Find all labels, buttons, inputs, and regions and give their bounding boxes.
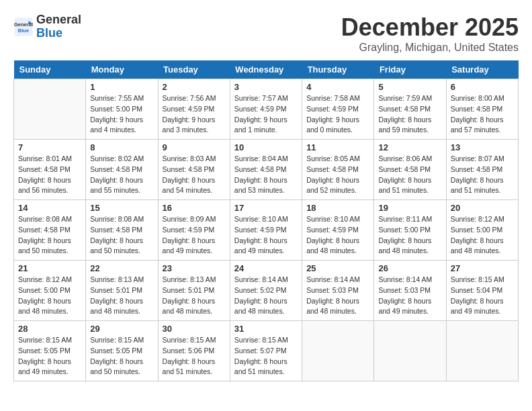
sunrise-text: Sunrise: 8:09 AM [163, 215, 216, 223]
day-number: 2 [163, 82, 226, 92]
day-info: Sunrise: 8:13 AM Sunset: 5:01 PM Dayligh… [90, 275, 153, 317]
weekday-header-row: SundayMondayTuesdayWednesdayThursdayFrid… [14, 60, 519, 79]
calendar-cell: 20 Sunrise: 8:12 AM Sunset: 5:00 PM Dayl… [446, 200, 518, 261]
daylight-text: Daylight: 8 hours and 54 minutes. [163, 176, 216, 195]
day-number: 16 [163, 203, 226, 213]
calendar-cell: 11 Sunrise: 8:05 AM Sunset: 4:58 PM Dayl… [302, 140, 374, 200]
sunrise-text: Sunrise: 8:07 AM [451, 154, 504, 163]
calendar-cell: 31 Sunrise: 8:15 AM Sunset: 5:07 PM Dayl… [230, 321, 302, 381]
sunset-text: Sunset: 4:58 PM [378, 165, 431, 173]
daylight-text: Daylight: 8 hours and 48 minutes. [378, 236, 431, 255]
calendar-subtitle: Grayling, Michigan, United States [341, 42, 519, 54]
day-info: Sunrise: 8:10 AM Sunset: 4:59 PM Dayligh… [306, 214, 369, 257]
sunset-text: Sunset: 4:59 PM [234, 105, 287, 113]
daylight-text: Daylight: 8 hours and 48 minutes. [451, 236, 504, 255]
daylight-text: Daylight: 8 hours and 59 minutes. [378, 116, 431, 134]
day-info: Sunrise: 8:00 AM Sunset: 4:58 PM Dayligh… [451, 93, 514, 136]
daylight-text: Daylight: 8 hours and 49 minutes. [451, 297, 504, 316]
day-info: Sunrise: 8:04 AM Sunset: 4:58 PM Dayligh… [234, 154, 298, 196]
day-number: 21 [18, 263, 81, 273]
weekday-header-monday: Monday [86, 60, 158, 79]
sunrise-text: Sunrise: 8:15 AM [90, 336, 144, 344]
day-info: Sunrise: 8:15 AM Sunset: 5:07 PM Dayligh… [234, 335, 298, 377]
calendar-cell: 15 Sunrise: 8:08 AM Sunset: 4:58 PM Dayl… [86, 200, 158, 261]
day-info: Sunrise: 8:12 AM Sunset: 5:00 PM Dayligh… [451, 214, 514, 257]
day-number: 17 [234, 203, 298, 213]
sunset-text: Sunset: 4:58 PM [18, 226, 71, 234]
sunset-text: Sunset: 4:59 PM [163, 226, 215, 234]
sunrise-text: Sunrise: 8:15 AM [18, 336, 72, 344]
sunrise-text: Sunrise: 8:08 AM [18, 215, 72, 223]
daylight-text: Daylight: 8 hours and 53 minutes. [234, 176, 287, 195]
daylight-text: Daylight: 9 hours and 3 minutes. [163, 116, 216, 134]
sunset-text: Sunset: 5:00 PM [451, 226, 503, 234]
calendar-cell: 18 Sunrise: 8:10 AM Sunset: 4:59 PM Dayl… [302, 200, 374, 261]
sunset-text: Sunset: 4:58 PM [234, 165, 287, 173]
sunset-text: Sunset: 5:01 PM [90, 286, 142, 294]
sunrise-text: Sunrise: 8:06 AM [378, 154, 432, 163]
calendar-cell: 21 Sunrise: 8:12 AM Sunset: 5:00 PM Dayl… [14, 261, 86, 321]
day-info: Sunrise: 8:14 AM Sunset: 5:03 PM Dayligh… [306, 275, 369, 317]
week-row-1: 1 Sunrise: 7:55 AM Sunset: 5:00 PM Dayli… [14, 79, 519, 140]
sunset-text: Sunset: 4:58 PM [163, 165, 215, 173]
calendar-cell: 3 Sunrise: 7:57 AM Sunset: 4:59 PM Dayli… [230, 79, 302, 140]
weekday-header-wednesday: Wednesday [230, 60, 302, 79]
daylight-text: Daylight: 9 hours and 0 minutes. [306, 116, 359, 134]
sunrise-text: Sunrise: 8:15 AM [163, 336, 216, 344]
day-number: 31 [234, 324, 298, 334]
calendar-cell: 12 Sunrise: 8:06 AM Sunset: 4:58 PM Dayl… [374, 140, 446, 200]
sunrise-text: Sunrise: 8:01 AM [18, 154, 72, 163]
calendar-cell: 13 Sunrise: 8:07 AM Sunset: 4:58 PM Dayl… [446, 140, 518, 200]
sunset-text: Sunset: 5:00 PM [378, 226, 431, 234]
day-info: Sunrise: 8:09 AM Sunset: 4:59 PM Dayligh… [163, 214, 226, 257]
calendar-body: 1 Sunrise: 7:55 AM Sunset: 5:00 PM Dayli… [14, 79, 519, 381]
day-number: 23 [163, 263, 226, 273]
sunrise-text: Sunrise: 8:15 AM [234, 336, 288, 344]
sunset-text: Sunset: 4:59 PM [234, 226, 287, 234]
daylight-text: Daylight: 8 hours and 48 minutes. [163, 297, 216, 316]
sunset-text: Sunset: 4:58 PM [90, 165, 142, 173]
day-number: 14 [18, 203, 81, 213]
calendar-cell: 23 Sunrise: 8:13 AM Sunset: 5:01 PM Dayl… [158, 261, 230, 321]
sunset-text: Sunset: 4:58 PM [451, 165, 503, 173]
day-number: 24 [234, 263, 298, 273]
day-number: 10 [234, 142, 298, 152]
day-number: 18 [306, 203, 369, 213]
day-number: 15 [90, 203, 153, 213]
logo: General Blue GeneralBlue [13, 13, 81, 40]
daylight-text: Daylight: 8 hours and 48 minutes. [234, 297, 287, 316]
day-info: Sunrise: 7:56 AM Sunset: 4:59 PM Dayligh… [163, 93, 226, 136]
title-area: December 2025 Grayling, Michigan, United… [341, 13, 519, 54]
sunrise-text: Sunrise: 8:12 AM [18, 275, 72, 283]
calendar-cell: 6 Sunrise: 8:00 AM Sunset: 4:58 PM Dayli… [446, 79, 518, 140]
calendar-cell: 30 Sunrise: 8:15 AM Sunset: 5:06 PM Dayl… [158, 321, 230, 381]
day-number: 5 [378, 82, 441, 92]
sunrise-text: Sunrise: 8:14 AM [378, 275, 432, 283]
sunset-text: Sunset: 4:58 PM [18, 165, 71, 173]
weekday-header-saturday: Saturday [446, 60, 518, 79]
sunset-text: Sunset: 5:03 PM [378, 286, 431, 294]
day-info: Sunrise: 7:59 AM Sunset: 4:58 PM Dayligh… [378, 93, 441, 136]
day-number: 1 [90, 82, 153, 92]
day-info: Sunrise: 8:14 AM Sunset: 5:02 PM Dayligh… [234, 275, 298, 317]
day-info: Sunrise: 8:08 AM Sunset: 4:58 PM Dayligh… [18, 214, 81, 257]
week-row-4: 21 Sunrise: 8:12 AM Sunset: 5:00 PM Dayl… [14, 261, 519, 321]
calendar-cell: 19 Sunrise: 8:11 AM Sunset: 5:00 PM Dayl… [374, 200, 446, 261]
sunset-text: Sunset: 4:59 PM [306, 226, 359, 234]
week-row-2: 7 Sunrise: 8:01 AM Sunset: 4:58 PM Dayli… [14, 140, 519, 200]
sunset-text: Sunset: 4:59 PM [163, 105, 215, 113]
calendar-cell: 7 Sunrise: 8:01 AM Sunset: 4:58 PM Dayli… [14, 140, 86, 200]
calendar-cell: 26 Sunrise: 8:14 AM Sunset: 5:03 PM Dayl… [374, 261, 446, 321]
day-number: 20 [451, 203, 514, 213]
day-number: 28 [18, 324, 81, 334]
calendar-cell: 17 Sunrise: 8:10 AM Sunset: 4:59 PM Dayl… [230, 200, 302, 261]
day-info: Sunrise: 8:06 AM Sunset: 4:58 PM Dayligh… [378, 154, 441, 196]
sunset-text: Sunset: 4:58 PM [378, 105, 431, 113]
sunrise-text: Sunrise: 8:08 AM [90, 215, 144, 223]
calendar-cell: 16 Sunrise: 8:09 AM Sunset: 4:59 PM Dayl… [158, 200, 230, 261]
day-number: 29 [90, 324, 153, 334]
daylight-text: Daylight: 8 hours and 50 minutes. [18, 236, 71, 255]
daylight-text: Daylight: 8 hours and 48 minutes. [18, 297, 71, 316]
day-info: Sunrise: 8:14 AM Sunset: 5:03 PM Dayligh… [378, 275, 441, 317]
weekday-header-friday: Friday [374, 60, 446, 79]
